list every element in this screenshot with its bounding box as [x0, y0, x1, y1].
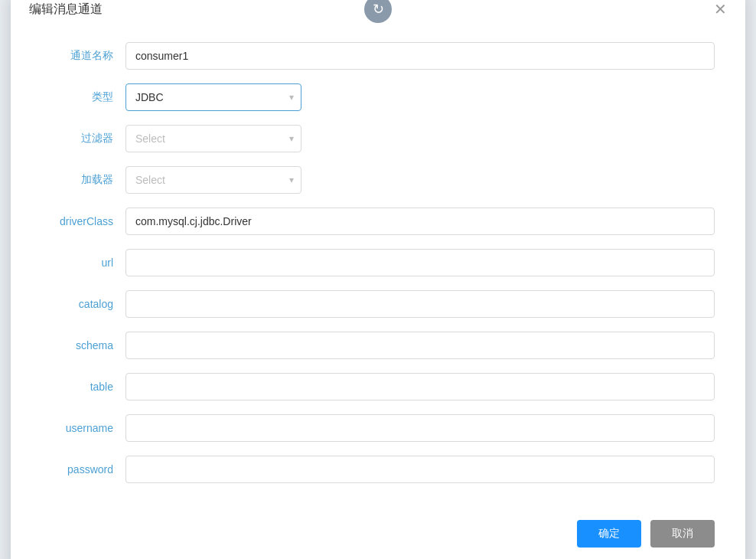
channel-name-input[interactable]	[125, 42, 715, 70]
refresh-icon: ↻	[373, 1, 384, 18]
password-label: password	[41, 463, 125, 476]
close-button[interactable]: ✕	[714, 2, 727, 17]
loader-row: 加载器 Select ▾	[41, 166, 715, 194]
schema-input[interactable]	[125, 332, 715, 359]
schema-row: schema	[41, 332, 715, 359]
url-input[interactable]	[125, 249, 715, 276]
loader-label: 加载器	[41, 173, 125, 187]
catalog-input[interactable]	[125, 290, 715, 318]
filter-label: 过滤器	[41, 132, 125, 145]
username-row: username	[41, 414, 715, 442]
schema-label: schema	[41, 339, 125, 351]
driver-class-row: driverClass	[41, 208, 715, 235]
driver-class-input[interactable]	[125, 208, 715, 235]
filter-select-wrap: Select ▾	[125, 125, 301, 152]
dialog-footer: 确定 取消	[11, 505, 745, 555]
driver-class-label: driverClass	[41, 215, 125, 227]
channel-name-label: 通道名称	[41, 49, 125, 63]
filter-row: 过滤器 Select ▾	[41, 125, 715, 152]
loader-select[interactable]: Select	[125, 166, 301, 194]
type-select-wrap: JDBC ▾	[125, 83, 301, 111]
table-label: table	[41, 381, 125, 393]
type-label: 类型	[41, 90, 125, 104]
close-icon: ✕	[714, 1, 727, 18]
catalog-row: catalog	[41, 290, 715, 318]
url-label: url	[41, 257, 125, 269]
type-select[interactable]: JDBC	[125, 83, 301, 111]
dialog-body: 通道名称 类型 JDBC ▾ 过滤器 Select ▾	[11, 27, 745, 505]
table-row: table	[41, 373, 715, 400]
dialog-title: 编辑消息通道	[29, 2, 103, 18]
catalog-label: catalog	[41, 298, 125, 310]
password-input[interactable]	[125, 456, 715, 483]
type-row: 类型 JDBC ▾	[41, 83, 715, 111]
dialog-header: 编辑消息通道 ↻ ✕	[11, 0, 745, 27]
edit-dialog: 编辑消息通道 ↻ ✕ 通道名称 类型 JDBC ▾ 过滤器	[11, 0, 745, 559]
channel-name-row: 通道名称	[41, 42, 715, 70]
table-input[interactable]	[125, 373, 715, 400]
cancel-button[interactable]: 取消	[650, 520, 715, 548]
username-input[interactable]	[125, 414, 715, 442]
refresh-button[interactable]: ↻	[364, 0, 392, 23]
url-row: url	[41, 249, 715, 276]
username-label: username	[41, 422, 125, 434]
password-row: password	[41, 456, 715, 483]
filter-select[interactable]: Select	[125, 125, 301, 152]
confirm-button[interactable]: 确定	[577, 520, 641, 548]
loader-select-wrap: Select ▾	[125, 166, 301, 194]
